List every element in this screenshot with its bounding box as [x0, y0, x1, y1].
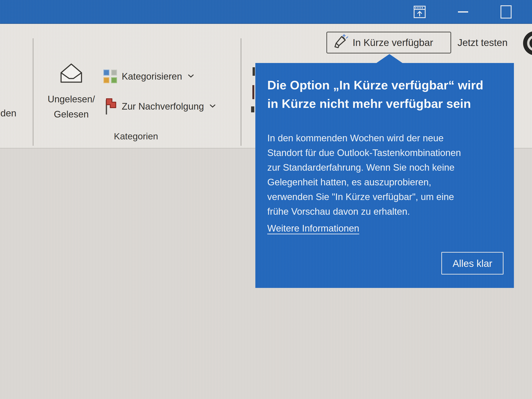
- more-information-link[interactable]: Weitere Informationen: [267, 223, 359, 234]
- minimize-button[interactable]: [457, 0, 469, 24]
- title-bar: [0, 0, 532, 24]
- minimize-icon: [458, 11, 468, 13]
- categorize-label: Kategorisieren: [122, 71, 182, 82]
- ribbon-group-divider: [241, 38, 241, 146]
- follow-up-label: Zur Nachverfolgung: [122, 101, 204, 112]
- coming-soon-label: In Kürze verfügbar: [353, 37, 433, 48]
- popup-body-text: In den kommenden Wochen wird der neue St…: [267, 131, 461, 219]
- unread-read-label: Ungelesen/ Gelesen: [34, 91, 108, 122]
- obscured-ribbon-fragment: [251, 106, 254, 112]
- red-flag-icon: [105, 97, 117, 116]
- ribbon-group-label: Kategorien: [114, 131, 158, 141]
- alles-klar-button[interactable]: Alles klar: [441, 252, 503, 274]
- chevron-down-icon: [209, 104, 216, 109]
- chevron-down-icon: [188, 74, 194, 79]
- maximize-button[interactable]: [500, 0, 513, 24]
- obscured-ribbon-fragment: [253, 67, 255, 76]
- megaphone-icon: [333, 32, 348, 53]
- unread-read-button[interactable]: Ungelesen/ Gelesen: [34, 62, 108, 122]
- coming-soon-toggle-button[interactable]: In Kürze verfügbar: [326, 32, 451, 53]
- maximize-icon: [500, 5, 512, 19]
- popup-title: Die Option „In Kürze verfügbar“ wird in …: [267, 76, 483, 113]
- open-envelope-icon: [34, 62, 108, 84]
- follow-up-button[interactable]: Zur Nachverfolgung: [105, 96, 216, 117]
- ribbon-display-options-button[interactable]: [412, 0, 427, 24]
- color-squares-icon: [103, 70, 117, 83]
- ribbon-group-divider: [33, 38, 33, 146]
- categorize-button[interactable]: Kategorisieren: [103, 69, 194, 84]
- cutoff-ribbon-label: den: [0, 108, 16, 119]
- try-now-label[interactable]: Jetzt testen: [457, 32, 507, 53]
- popup-caret: [376, 54, 403, 63]
- obscured-ribbon-fragment: [252, 85, 254, 99]
- toggle-knob-ring: [527, 35, 532, 51]
- ribbon-display-options-icon: [413, 5, 426, 19]
- coming-soon-teaching-popup: Die Option „In Kürze verfügbar“ wird in …: [255, 63, 514, 288]
